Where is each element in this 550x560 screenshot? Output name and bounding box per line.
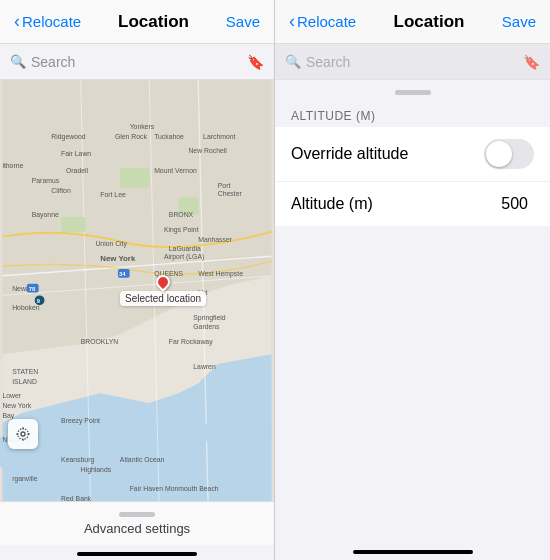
home-indicator-right	[353, 550, 473, 554]
altitude-label: Altitude (m)	[291, 195, 501, 213]
svg-text:New York: New York	[100, 254, 136, 263]
override-altitude-label: Override altitude	[291, 145, 484, 163]
svg-text:BRONX: BRONX	[169, 211, 194, 218]
svg-point-67	[21, 432, 25, 436]
svg-text:Bayonne: Bayonne	[32, 211, 59, 219]
left-search-bar: 🔍 🔖	[0, 44, 274, 80]
svg-rect-9	[61, 217, 85, 232]
svg-text:Larchmont: Larchmont	[203, 133, 235, 140]
svg-text:Yonkers: Yonkers	[130, 123, 155, 130]
svg-text:Hoboken: Hoboken	[12, 304, 40, 311]
svg-text:Glen Rock: Glen Rock	[115, 133, 148, 140]
altitude-section-header: ALTITUDE (M)	[275, 101, 550, 127]
svg-text:ISLAND: ISLAND	[12, 378, 37, 385]
svg-text:Manhasser: Manhasser	[198, 236, 233, 243]
right-bottom-bar	[275, 516, 550, 560]
svg-text:LaGuardia: LaGuardia	[169, 245, 201, 252]
left-back-button[interactable]: ‹ Relocate	[14, 11, 81, 32]
home-indicator-left	[77, 552, 197, 556]
svg-text:Lower: Lower	[2, 392, 21, 399]
svg-text:Fort Lee: Fort Lee	[100, 191, 126, 198]
svg-text:Ridgewood: Ridgewood	[51, 133, 85, 141]
svg-text:Tuckahoe: Tuckahoe	[154, 133, 184, 140]
override-altitude-toggle[interactable]	[484, 139, 534, 169]
left-nav-bar: ‹ Relocate Location Save	[0, 0, 274, 44]
svg-text:Airport (LGA): Airport (LGA)	[164, 253, 204, 261]
left-back-label: Relocate	[22, 13, 81, 30]
svg-text:BROOKLYN: BROOKLYN	[81, 338, 119, 345]
svg-text:Paramus: Paramus	[32, 177, 60, 184]
svg-text:Atlantic Ocean: Atlantic Ocean	[120, 456, 165, 463]
svg-text:78: 78	[29, 286, 36, 292]
svg-text:Gardens: Gardens	[193, 323, 220, 330]
locate-button[interactable]	[8, 419, 38, 449]
svg-text:rganville: rganville	[12, 475, 38, 483]
map-container[interactable]: New York Newark Hoboken BRONX QUEENS BRO…	[0, 80, 274, 501]
left-search-input[interactable]	[31, 54, 231, 70]
right-back-label: Relocate	[297, 13, 356, 30]
svg-text:Chester: Chester	[218, 190, 243, 197]
right-bookmark-icon: 🔖	[523, 54, 540, 70]
svg-text:Keansburg: Keansburg	[61, 456, 94, 464]
sheet-handle-area[interactable]	[275, 80, 550, 101]
right-back-button[interactable]: ‹ Relocate	[289, 11, 356, 32]
right-search-bar: 🔍 🔖	[275, 44, 550, 80]
svg-text:Mount Vernon: Mount Vernon	[154, 167, 197, 174]
svg-text:Far Rockaway: Far Rockaway	[169, 338, 213, 346]
svg-point-12	[203, 413, 272, 452]
pin-label: Selected location	[120, 291, 206, 306]
left-search-icon: 🔍	[10, 54, 26, 69]
svg-text:Port: Port	[218, 182, 231, 189]
right-save-button[interactable]: Save	[502, 13, 536, 30]
right-panel: ‹ Relocate Location Save 🔍 🔖 ALTITUDE (M…	[275, 0, 550, 560]
toggle-knob	[486, 141, 512, 167]
left-bookmark-icon[interactable]: 🔖	[247, 54, 264, 70]
svg-text:Breezy Point: Breezy Point	[61, 417, 100, 425]
sheet-drag-handle[interactable]	[395, 90, 431, 95]
altitude-value-row: Altitude (m) 500	[275, 182, 550, 226]
left-nav-title: Location	[118, 12, 189, 32]
altitude-value: 500	[501, 195, 528, 213]
left-bottom-bar[interactable]: Advanced settings	[0, 501, 274, 545]
svg-text:Fair Haven Monmouth Beach: Fair Haven Monmouth Beach	[130, 485, 219, 492]
left-panel: ‹ Relocate Location Save 🔍 🔖	[0, 0, 275, 560]
svg-text:Lawren: Lawren	[193, 363, 216, 370]
right-search-input[interactable]	[306, 54, 496, 70]
left-chevron-icon: ‹	[14, 11, 20, 32]
svg-text:ithorne: ithorne	[2, 162, 23, 169]
svg-text:New Rochell: New Rochell	[188, 147, 227, 154]
svg-rect-8	[120, 168, 149, 188]
right-nav-title: Location	[394, 12, 465, 32]
svg-text:New York: New York	[2, 402, 31, 409]
altitude-settings-group: Override altitude Altitude (m) 500	[275, 127, 550, 226]
svg-text:Oradell: Oradell	[66, 167, 89, 174]
svg-text:Kings Point: Kings Point	[164, 226, 199, 234]
settings-content: ALTITUDE (M) Override altitude Altitude …	[275, 101, 550, 516]
location-pin: Selected location	[120, 275, 206, 306]
left-save-button[interactable]: Save	[226, 13, 260, 30]
svg-text:Fair Lawn: Fair Lawn	[61, 150, 91, 157]
svg-text:Union City: Union City	[95, 240, 127, 248]
right-chevron-icon: ‹	[289, 11, 295, 32]
override-altitude-row: Override altitude	[275, 127, 550, 182]
advanced-settings-label[interactable]: Advanced settings	[84, 521, 190, 536]
right-search-icon: 🔍	[285, 54, 301, 69]
svg-point-68	[18, 429, 29, 440]
bottom-drag-handle[interactable]	[119, 512, 155, 517]
pin-dot	[153, 272, 173, 292]
right-nav-bar: ‹ Relocate Location Save	[275, 0, 550, 44]
svg-text:STATEN: STATEN	[12, 368, 38, 375]
svg-text:Highlands: Highlands	[81, 466, 112, 474]
svg-text:Clifton: Clifton	[51, 187, 71, 194]
svg-text:Springfield: Springfield	[193, 314, 226, 322]
